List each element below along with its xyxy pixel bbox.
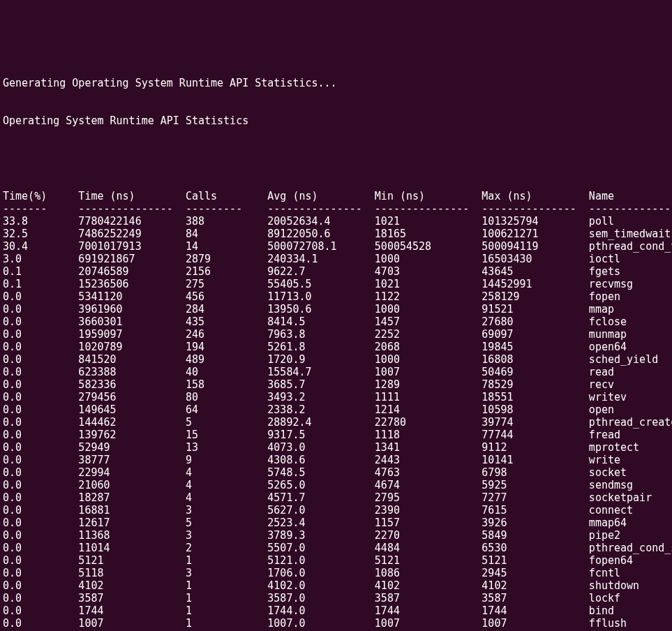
section1-table: Time(%) Time (ns) Calls Avg (ns) Min (ns…: [3, 190, 669, 630]
osrt-data-row: 0.0 16881 3 5627.0 2390 7615 connect: [3, 504, 669, 517]
osrt-data-row: 0.0 144462 5 28892.4 22780 39774 pthread…: [3, 416, 669, 429]
osrt-data-row: 0.0 3587 1 3587.0 3587 3587 lockf: [3, 592, 669, 604]
osrt-data-row: 0.0 3961960 284 13950.6 1000 91521 mmap: [3, 303, 669, 316]
osrt-data-row: 0.0 841520 489 1720.9 1000 16808 sched_y…: [3, 353, 669, 366]
osrt-data-row: 0.0 5121 1 5121.0 5121 5121 fopen64: [3, 554, 669, 567]
osrt-data-row: 0.0 21060 4 5265.0 4674 5925 sendmsg: [3, 479, 669, 491]
osrt-data-row: 0.0 279456 80 3493.2 1111 18551 writev: [3, 391, 669, 403]
osrt-data-row: 0.1 15236506 275 55405.5 1021 14452991 r…: [3, 278, 669, 290]
section1-generating: Generating Operating System Runtime API …: [3, 77, 669, 89]
osrt-data-row: 0.0 5341120 456 11713.0 1122 258129 fope…: [3, 290, 669, 303]
section1-title: Operating System Runtime API Statistics: [3, 114, 669, 127]
osrt-data-row: 0.0 149645 64 2338.2 1214 10598 open: [3, 403, 669, 416]
osrt-data-row: 0.0 139762 15 9317.5 1118 77744 fread: [3, 429, 669, 441]
osrt-data-row: 0.0 11368 3 3789.3 2270 5849 pipe2: [3, 529, 669, 542]
osrt-data-row: 0.0 582336 158 3685.7 1289 78529 recv: [3, 378, 669, 391]
osrt-data-row: 0.0 1959097 246 7963.8 2252 69097 munmap: [3, 328, 669, 341]
blank-line: [3, 152, 669, 165]
osrt-data-row: 0.0 4102 1 4102.0 4102 4102 shutdown: [3, 579, 669, 592]
osrt-data-row: 0.0 38777 9 4308.6 2443 10141 write: [3, 454, 669, 466]
osrt-header-row: Time(%) Time (ns) Calls Avg (ns) Min (ns…: [3, 190, 669, 202]
osrt-data-row: 33.8 7780422146 388 20052634.4 1021 1013…: [3, 215, 669, 228]
osrt-data-row: 32.5 7486252249 84 89122050.6 18165 1006…: [3, 228, 669, 240]
osrt-data-row: 3.0 691921867 2879 240334.1 1000 1650343…: [3, 253, 669, 265]
osrt-data-row: 0.0 12617 5 2523.4 1157 3926 mmap64: [3, 517, 669, 529]
osrt-data-row: 0.0 18287 4 4571.7 2795 7277 socketpair: [3, 491, 669, 504]
osrt-data-row: 0.0 52949 13 4073.0 1341 9112 mprotect: [3, 441, 669, 454]
terminal-output[interactable]: Generating Operating System Runtime API …: [0, 50, 672, 631]
osrt-data-row: 0.0 11014 2 5507.0 4484 6530 pthread_con…: [3, 542, 669, 554]
osrt-data-row: 0.0 5118 3 1706.0 1086 2945 fcntl: [3, 567, 669, 579]
osrt-data-row: 0.0 1744 1 1744.0 1744 1744 bind: [3, 604, 669, 617]
osrt-data-row: 0.0 1020789 194 5261.8 2068 19845 open64: [3, 341, 669, 353]
osrt-data-row: 0.0 1007 1 1007.0 1007 1007 fflush: [3, 617, 669, 630]
osrt-data-row: 0.0 22994 4 5748.5 4763 6798 socket: [3, 466, 669, 479]
osrt-data-row: 30.4 7001017913 14 500072708.1 500054528…: [3, 240, 669, 253]
osrt-data-row: 0.0 3660301 435 8414.5 1457 27680 fclose: [3, 316, 669, 328]
osrt-divider-row: ------- --------------- --------- ------…: [3, 202, 669, 215]
osrt-data-row: 0.1 20746589 2156 9622.7 4703 43645 fget…: [3, 265, 669, 278]
osrt-data-row: 0.0 623388 40 15584.7 1007 50469 read: [3, 366, 669, 378]
